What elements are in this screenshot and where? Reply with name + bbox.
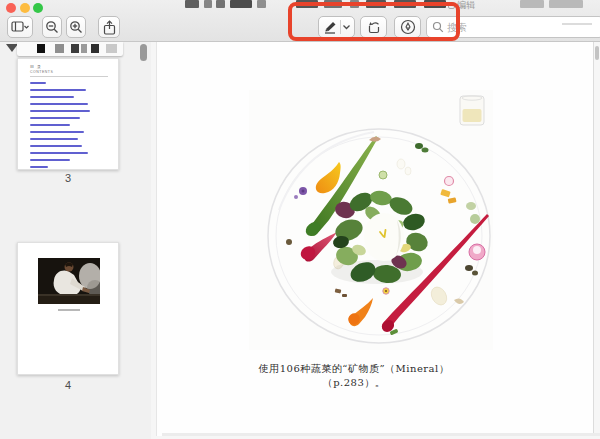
toolbar: 编辑: [0, 0, 600, 42]
sidebar-scrollbar-thumb[interactable]: [140, 44, 147, 61]
document-pane: 使用106种蔬菜的“矿物质”（Mineral）（p.283）。: [151, 42, 600, 439]
toc-subtitle: CONTENTS: [30, 70, 118, 74]
close-button[interactable]: [6, 3, 16, 13]
pdf-page: 使用106种蔬菜的“矿物质”（Mineral）（p.283）。: [156, 42, 594, 436]
sidebar-view-button[interactable]: [7, 16, 33, 38]
edit-mode-label[interactable]: 编辑: [448, 0, 475, 10]
document-scrollbar-thumb[interactable]: [595, 46, 599, 60]
rotate-left-icon: [366, 20, 382, 35]
glass-cup: [460, 96, 484, 125]
pen-nib-circle-icon: [400, 19, 416, 35]
rotate-button[interactable]: [360, 16, 387, 38]
search-icon: [432, 21, 444, 33]
share-button[interactable]: [98, 16, 120, 38]
markup-pen-button[interactable]: [318, 16, 355, 38]
page-bottom-edge: [162, 433, 600, 436]
thumb-caption-line: [58, 309, 80, 311]
zoom-out-button[interactable]: [42, 16, 62, 38]
search-field[interactable]: [426, 16, 600, 38]
page4-number: 4: [17, 379, 119, 391]
toc-link-lines: [30, 82, 118, 168]
edit-label: 编辑: [457, 0, 475, 12]
dish-photo: [249, 90, 493, 350]
thumbnail-sidebar: 目 录 CONTENTS 3: [0, 42, 151, 439]
minimize-button[interactable]: [20, 3, 30, 13]
page3-number: 3: [17, 172, 119, 184]
page4-thumbnail[interactable]: [17, 242, 119, 375]
page2-thumbnail-partial[interactable]: [17, 42, 123, 56]
fullscreen-button[interactable]: [33, 3, 43, 13]
marker-pen-icon: [322, 20, 339, 34]
search-field-dash: [562, 23, 592, 25]
photo-caption: 使用106种蔬菜的“矿物质”（Mineral）（p.283）。: [229, 362, 479, 390]
zoom-in-icon: [69, 20, 83, 34]
divider: [340, 20, 341, 34]
zoom-out-icon: [45, 20, 59, 34]
toc-divider: [30, 76, 108, 77]
chevron-down-icon[interactable]: [342, 24, 351, 30]
share-icon: [103, 20, 116, 35]
zoom-in-button[interactable]: [66, 16, 86, 38]
toc-title: 目 录: [30, 64, 118, 69]
chef-photo: [38, 258, 100, 304]
preview-window: 编辑: [0, 0, 600, 439]
page3-thumbnail[interactable]: 目 录 CONTENTS: [17, 58, 119, 170]
edit-icon: [448, 2, 455, 9]
sidebar-view-icon: [11, 21, 29, 33]
markup-draw-button[interactable]: [394, 16, 421, 38]
search-input[interactable]: [447, 22, 567, 33]
